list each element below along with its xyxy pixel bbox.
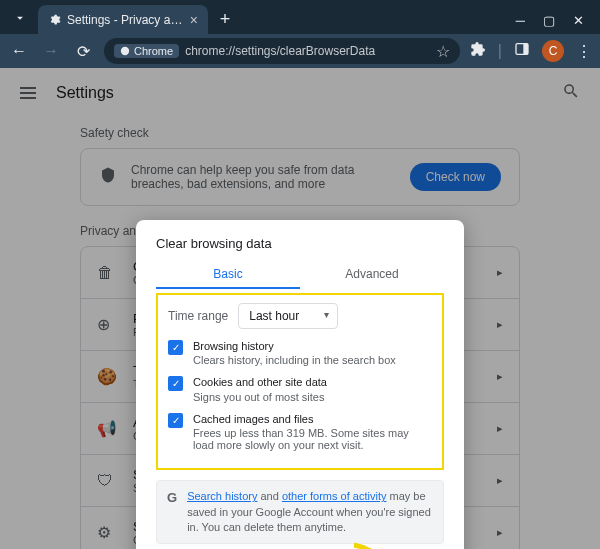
forward-button: →	[40, 42, 62, 60]
time-range-select[interactable]: Last hour	[238, 303, 338, 329]
minimize-button[interactable]: ─	[516, 13, 525, 28]
gear-icon	[48, 13, 61, 27]
close-window-button[interactable]: ✕	[573, 13, 584, 28]
checkbox-sub: Frees up less than 319 MB. Some sites ma…	[193, 427, 432, 451]
google-g-icon: G	[167, 489, 177, 535]
checkbox-title: Cookies and other site data	[193, 375, 327, 390]
browser-tab[interactable]: Settings - Privacy and security ×	[38, 5, 208, 34]
address-bar[interactable]: Chrome chrome://settings/clearBrowserDat…	[104, 38, 460, 64]
reload-button[interactable]: ⟳	[72, 42, 94, 61]
checkbox-title: Browsing history	[193, 339, 396, 354]
maximize-button[interactable]: ▢	[543, 13, 555, 28]
checkbox-row: Cookies and other site dataSigns you out…	[168, 375, 432, 402]
highlighted-options: Time range Last hour Browsing historyCle…	[156, 293, 444, 470]
checkbox-row: Cached images and filesFrees up less tha…	[168, 412, 432, 451]
chrome-chip: Chrome	[114, 44, 179, 58]
google-account-notice: G Search history and other forms of acti…	[156, 480, 444, 544]
back-button[interactable]: ←	[8, 42, 30, 60]
time-range-label: Time range	[168, 309, 228, 323]
dialog-title: Clear browsing data	[156, 236, 444, 251]
checkbox[interactable]	[168, 413, 183, 428]
checkbox-row: Browsing historyClears history, includin…	[168, 339, 432, 366]
browser-tab-title: Settings - Privacy and security	[67, 13, 184, 27]
checkbox-sub: Clears history, including in the search …	[193, 354, 396, 366]
profile-avatar[interactable]: C	[542, 40, 564, 62]
bookmark-star-icon[interactable]: ☆	[436, 42, 450, 61]
checkbox-sub: Signs you out of most sites	[193, 391, 327, 403]
new-tab-button[interactable]: +	[212, 6, 238, 32]
other-activity-link[interactable]: other forms of activity	[282, 490, 387, 502]
checkbox[interactable]	[168, 376, 183, 391]
close-tab-icon[interactable]: ×	[190, 12, 198, 28]
search-history-link[interactable]: Search history	[187, 490, 257, 502]
kebab-menu-icon[interactable]: ⋮	[576, 42, 592, 61]
address-bar-url: chrome://settings/clearBrowserData	[185, 44, 430, 58]
settings-page: Settings Safety check Chrome can help ke…	[0, 68, 600, 549]
svg-point-0	[121, 47, 129, 55]
tab-basic[interactable]: Basic	[156, 261, 300, 289]
checkbox[interactable]	[168, 340, 183, 355]
browser-toolbar: ← → ⟳ Chrome chrome://settings/clearBrow…	[0, 34, 600, 68]
clear-browsing-data-dialog: Clear browsing data Basic Advanced Time …	[136, 220, 464, 549]
svg-rect-2	[523, 44, 528, 55]
tab-search-dropdown[interactable]	[8, 6, 32, 30]
tab-advanced[interactable]: Advanced	[300, 261, 444, 289]
side-panel-icon[interactable]	[514, 41, 530, 61]
window-controls: ─ ▢ ✕	[516, 13, 592, 28]
window-titlebar: Settings - Privacy and security × + ─ ▢ …	[0, 0, 600, 34]
checkbox-title: Cached images and files	[193, 412, 432, 427]
extensions-icon[interactable]	[470, 41, 486, 61]
